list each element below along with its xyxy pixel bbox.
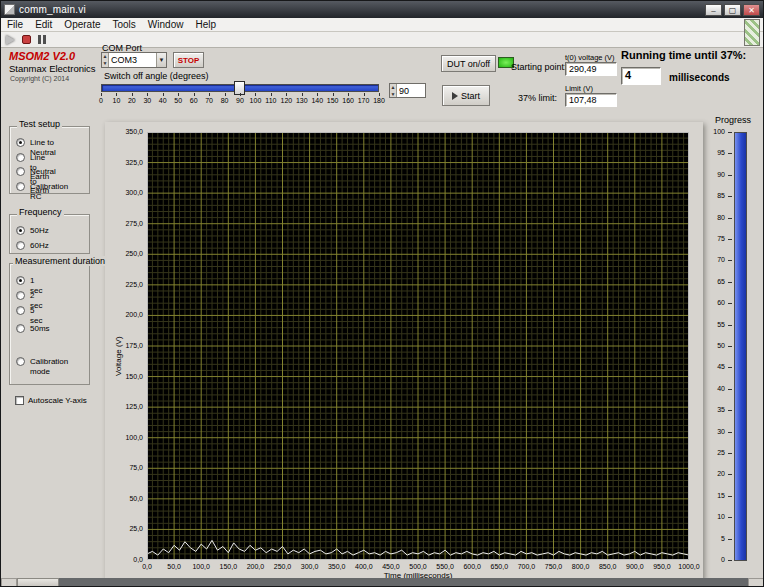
y-axis-tick-label: 100,0 bbox=[105, 434, 143, 441]
progress-tick bbox=[728, 432, 732, 433]
menu-item-edit[interactable]: Edit bbox=[29, 18, 58, 32]
radio-icon bbox=[16, 138, 25, 147]
minimize-button[interactable]: – bbox=[705, 4, 722, 16]
x-axis-tick-label: 150,0 bbox=[213, 563, 243, 570]
menu-item-operate[interactable]: Operate bbox=[58, 18, 106, 32]
pause-icon[interactable] bbox=[38, 35, 46, 44]
test-setup-label: Test setup bbox=[17, 119, 62, 129]
y-axis-tick-label: 150,0 bbox=[105, 373, 143, 380]
radio-icon bbox=[16, 153, 25, 162]
slider-tick bbox=[348, 93, 349, 96]
increment-decrement-icon[interactable]: ▲▼ bbox=[390, 84, 397, 97]
progress-tick bbox=[728, 132, 732, 133]
slider-tick-label: 130 bbox=[296, 97, 308, 104]
progress-tick-label: 85 bbox=[707, 192, 725, 199]
slider-tick-label: 50 bbox=[174, 97, 182, 104]
chevron-down-icon[interactable]: ▼ bbox=[156, 53, 166, 67]
slider-tick bbox=[240, 93, 241, 96]
slider-tick-label: 60 bbox=[190, 97, 198, 104]
menu-bar: FileEditOperateToolsWindowHelp bbox=[1, 18, 763, 32]
slider-tick bbox=[178, 93, 179, 96]
radio-icon bbox=[16, 357, 25, 366]
t0-voltage-field[interactable]: 290,49 bbox=[565, 62, 617, 76]
slider-tick-label: 70 bbox=[205, 97, 213, 104]
duration-group: 1 sec2 sec5 sec50msCalibration mode bbox=[9, 263, 90, 385]
progress-tick-label: 30 bbox=[707, 428, 725, 435]
dut-on-off-button[interactable]: DUT on/off bbox=[441, 55, 496, 72]
y-axis-tick-label: 125,0 bbox=[105, 403, 143, 410]
progress-tick-label: 60 bbox=[707, 299, 725, 306]
progress-tick-label: 65 bbox=[707, 278, 725, 285]
slider-tick bbox=[209, 93, 210, 96]
slider-tick bbox=[364, 93, 365, 96]
x-axis-tick-label: 300,0 bbox=[295, 563, 325, 570]
menu-item-window[interactable]: Window bbox=[142, 18, 190, 32]
progress-tick bbox=[728, 153, 732, 154]
y-axis-tick-label: 275,0 bbox=[105, 220, 143, 227]
x-axis-tick-label: 650,0 bbox=[484, 563, 514, 570]
limit-v-label: Limit (V) bbox=[565, 84, 593, 93]
maximize-button[interactable]: ▢ bbox=[724, 4, 741, 16]
slider-tick-label: 140 bbox=[311, 97, 323, 104]
slider-tick-label: 90 bbox=[236, 97, 244, 104]
angle-value-input[interactable]: ▲▼ 90 bbox=[389, 83, 426, 98]
scrollbar-corner bbox=[748, 578, 764, 587]
slider-tick-label: 10 bbox=[113, 97, 121, 104]
chart-plot-area[interactable] bbox=[147, 132, 689, 560]
x-axis-tick-label: 350,0 bbox=[322, 563, 352, 570]
window-title: comm_main.vi bbox=[19, 4, 86, 15]
limit-field[interactable]: 107,48 bbox=[565, 93, 617, 107]
x-axis-tick-label: 850,0 bbox=[593, 563, 623, 570]
x-axis-tick-label: 800,0 bbox=[566, 563, 596, 570]
x-axis-tick-label: 50,0 bbox=[159, 563, 189, 570]
autoscale-checkbox[interactable] bbox=[15, 396, 24, 405]
slider-tick bbox=[116, 93, 117, 96]
starting-point-label: Starting point: bbox=[511, 62, 567, 72]
start-button[interactable]: Start bbox=[442, 85, 490, 106]
y-axis-tick-label: 225,0 bbox=[105, 281, 143, 288]
x-axis-tick-label: 700,0 bbox=[511, 563, 541, 570]
com-port-select[interactable]: ▲▼ COM3 ▼ bbox=[101, 52, 167, 68]
x-axis-tick-label: 900,0 bbox=[620, 563, 650, 570]
progress-tick bbox=[728, 560, 732, 561]
progress-tick bbox=[728, 367, 732, 368]
progress-tick bbox=[728, 175, 732, 176]
progress-tick-label: 75 bbox=[707, 235, 725, 242]
progress-tick bbox=[728, 196, 732, 197]
slider-tick bbox=[163, 93, 164, 96]
app-title: MSOM2 V2.0 bbox=[9, 50, 75, 62]
close-button[interactable]: ✕ bbox=[743, 4, 760, 16]
y-axis-tick-label: 300,0 bbox=[105, 189, 143, 196]
io-spinner-icon[interactable]: ▲▼ bbox=[102, 53, 109, 67]
slider-tick-label: 30 bbox=[143, 97, 151, 104]
x-axis-tick-label: 100,0 bbox=[186, 563, 216, 570]
progress-tick bbox=[728, 346, 732, 347]
slider-tick-label: 120 bbox=[280, 97, 292, 104]
progress-tick-label: 50 bbox=[707, 342, 725, 349]
menu-item-help[interactable]: Help bbox=[189, 18, 222, 32]
progress-tick-label: 80 bbox=[707, 214, 725, 221]
abort-icon[interactable] bbox=[22, 35, 31, 44]
menu-item-tools[interactable]: Tools bbox=[107, 18, 142, 32]
frequency-label: Frequency bbox=[17, 207, 64, 217]
duration-label: Measurement duration bbox=[13, 256, 107, 266]
progress-tick-label: 100 bbox=[707, 128, 725, 135]
scrollbar-thumb[interactable] bbox=[17, 578, 59, 587]
menu-item-file[interactable]: File bbox=[1, 18, 29, 32]
radio-icon bbox=[16, 226, 25, 235]
progress-tick-label: 70 bbox=[707, 256, 725, 263]
progress-tick-label: 95 bbox=[707, 149, 725, 156]
x-axis-tick-label: 500,0 bbox=[403, 563, 433, 570]
t0-voltage-label: t(0) voltage (V) bbox=[565, 53, 615, 62]
stop-button[interactable]: STOP bbox=[173, 52, 204, 68]
run-icon[interactable] bbox=[6, 35, 15, 45]
scrollbar-corner bbox=[1, 578, 17, 587]
radio-label: Calibration mode bbox=[30, 357, 68, 376]
progress-tick-label: 90 bbox=[707, 171, 725, 178]
milliseconds-label: milliseconds bbox=[669, 72, 730, 83]
progress-tick-label: 0 bbox=[707, 556, 725, 563]
title-bar: comm_main.vi – ▢ ✕ bbox=[1, 1, 763, 18]
horizontal-scrollbar[interactable] bbox=[1, 578, 764, 587]
progress-tick-label: 10 bbox=[707, 513, 725, 520]
progress-tick bbox=[728, 474, 732, 475]
